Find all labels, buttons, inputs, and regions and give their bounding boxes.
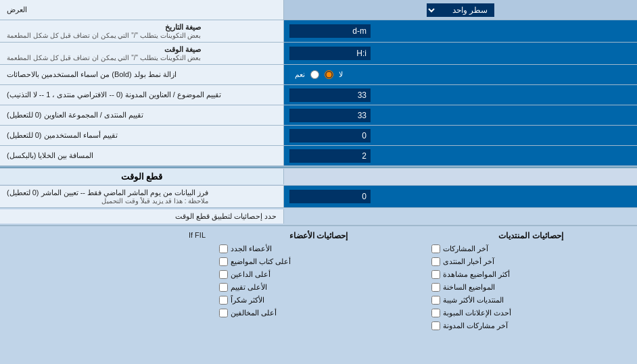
member-stats-col: إحصائيات الأعضاء الأعضاء الجدد أعلى كتاب…: [212, 229, 425, 319]
list-item: الأعضاء الجدد: [219, 242, 418, 255]
cell-spacing-input-area: [284, 146, 637, 165]
checkbox-top-posters[interactable]: [219, 257, 228, 266]
cutoff-filter-input[interactable]: [289, 190, 371, 203]
list-item: آخر مشاركات المدونة: [431, 319, 630, 332]
date-format-input[interactable]: [289, 24, 371, 38]
apply-stats-label: حدد إحصائيات لتطبيق قطع الوقت: [0, 209, 284, 224]
display-dropdown[interactable]: سطر واحد: [427, 3, 494, 17]
bold-remove-label: ازالة نمط بولد (Bold) من اسماء المستخدمي…: [0, 65, 284, 84]
checkbox-most-popular[interactable]: [431, 296, 440, 305]
apply-stats-col: If FIL: [0, 229, 212, 241]
forum-stats-col: إحصائيات المنتديات آخر المشاركات آخر أخب…: [425, 229, 637, 332]
list-item: أعلى كتاب المواضيع: [219, 255, 418, 268]
checkbox-latest-news[interactable]: [431, 257, 440, 266]
time-format-input[interactable]: [289, 47, 371, 60]
topic-sort-input[interactable]: [289, 88, 371, 102]
list-item: أعلى المخالفين: [219, 307, 418, 319]
bold-remove-options: لا نعم: [284, 65, 637, 84]
list-item: آخر المشاركات: [431, 242, 630, 255]
checkbox-latest-posts[interactable]: [431, 244, 440, 253]
checkbox-most-thanked[interactable]: [219, 296, 228, 305]
display-label: العرض: [0, 0, 284, 20]
topic-sort-input-area: [284, 85, 637, 105]
time-format-label: صيغة الوقت بعض التكوينات يتطلب "/" التي …: [0, 43, 284, 64]
list-item: أكثر المواضيع مشاهدة: [431, 268, 630, 281]
cell-spacing-input[interactable]: [289, 149, 371, 163]
user-sort-input[interactable]: [289, 129, 371, 142]
checkbox-top-rated[interactable]: [219, 283, 228, 292]
cutoff-filter-label: فرز البيانات من يوم الماشر الماضي فقط --…: [0, 186, 284, 207]
list-item: الأعلى تقييم: [219, 281, 418, 294]
checkbox-latest-blog[interactable]: [431, 321, 440, 330]
user-sort-input-area: [284, 126, 637, 145]
list-item: المواضيع الساخنة: [431, 281, 630, 294]
member-stats-header: إحصائيات الأعضاء: [219, 229, 418, 242]
user-sort-label: تقييم أسماء المستخدمين (0 للتعطيل): [0, 126, 284, 145]
time-format-input-area: [284, 43, 637, 64]
checkbox-latest-classifieds[interactable]: [431, 309, 440, 317]
checkbox-top-referrers[interactable]: [219, 270, 228, 279]
date-format-input-area: [284, 20, 637, 42]
topic-sort-label: تقييم الموضوع / العناوين المدونة (0 -- ا…: [0, 85, 284, 105]
cutoff-filter-input-area: [284, 186, 637, 207]
date-format-label: صيغة التاريخ بعض التكوينات يتطلب "/" الت…: [0, 20, 284, 42]
list-item: الأكثر شكراً: [219, 294, 418, 307]
bold-no-radio[interactable]: [325, 70, 333, 79]
cutoff-section-title: قطع الوقت: [0, 169, 284, 184]
forum-stats-header: إحصائيات المنتديات: [431, 229, 630, 242]
list-item: أعلى الداعين: [219, 268, 418, 281]
cell-spacing-label: المسافة بين الخلايا (بالبكسل): [0, 146, 284, 165]
list-item: المنتديات الأكثر شيبة: [431, 294, 630, 307]
bold-no-label: لا: [339, 70, 343, 79]
checkbox-most-viewed[interactable]: [431, 270, 440, 279]
forum-sort-label: تقييم المنتدى / المجموعة العناوين (0 للت…: [0, 105, 284, 125]
bold-yes-label: نعم: [295, 70, 305, 79]
checkbox-hot-topics[interactable]: [431, 283, 440, 292]
forum-sort-input[interactable]: [289, 109, 371, 122]
list-item: أحدث الإعلانات المبوبة: [431, 307, 630, 319]
checkbox-new-members[interactable]: [219, 244, 228, 253]
forum-sort-input-area: [284, 105, 637, 125]
list-item: آخر أخبار المنتدى: [431, 255, 630, 268]
bold-yes-radio[interactable]: [310, 70, 319, 79]
checkbox-top-violators[interactable]: [219, 309, 228, 317]
